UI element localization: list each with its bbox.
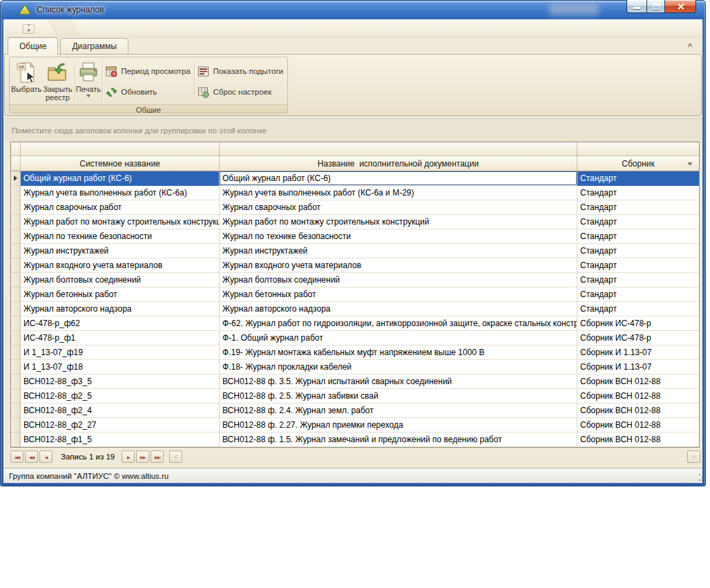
cell-collection[interactable]: Стандарт [577, 171, 699, 186]
cell-system-name[interactable]: ИС-478-р_ф62 [21, 316, 220, 331]
cell-collection[interactable]: Стандарт [577, 200, 699, 215]
cell-doc-name[interactable]: ВСН012-88 ф. 2.4. Журнал земл. работ [220, 404, 577, 418]
row-indicator-cell[interactable] [11, 273, 21, 287]
minimize-button[interactable] [626, 0, 646, 13]
ribbon-collapse-button[interactable]: ^ [684, 41, 695, 51]
cell-doc-name[interactable]: Ф-1. Общий журнал работ [220, 331, 577, 345]
cell-system-name[interactable]: И 1_13-07_ф19 [21, 345, 220, 360]
cell-doc-name[interactable]: Ф.18- Журнал прокладки кабелей [220, 360, 577, 374]
cell-doc-name[interactable]: Журнал учета выполненных работ (КС-6а и … [220, 186, 577, 200]
table-row[interactable]: ВСН012-88_ф3_5ВСН012-88 ф. 3.5. Журнал и… [11, 374, 699, 389]
cell-doc-name[interactable]: Общий журнал работ (КС-6) [220, 171, 577, 186]
table-row[interactable]: Общий журнал работ (КС-6)Общий журнал ра… [11, 171, 699, 186]
cell-collection[interactable]: Сборник ВСН 012-88 [577, 418, 699, 433]
cell-collection[interactable]: Стандарт [577, 244, 699, 258]
table-row[interactable]: Журнал учета выполненных работ (КС-6а)Жу… [11, 186, 699, 200]
cell-collection[interactable]: Сборник И 1.13-07 [577, 345, 699, 360]
cell-system-name[interactable]: ВСН012-88_ф2_5 [21, 389, 220, 404]
cell-doc-name[interactable]: Журнал бетонных работ [220, 287, 577, 302]
group-by-panel[interactable]: Поместите сюда заголовок колонки для гру… [3, 118, 702, 142]
cell-system-name[interactable]: Журнал по технике безопасности [21, 229, 220, 244]
cell-collection[interactable]: Стандарт [577, 229, 699, 244]
close-register-button[interactable]: Закрыть реестр [41, 59, 73, 104]
column-header-system-name[interactable]: Системное название [21, 156, 220, 171]
row-indicator-cell[interactable] [11, 345, 21, 360]
cell-collection[interactable]: Стандарт [577, 186, 699, 200]
cell-doc-name[interactable]: Журнал сварочных работ [220, 200, 577, 215]
titlebar[interactable]: Список журналов [3, 0, 702, 19]
cell-doc-name[interactable]: ВСН012-88 ф. 1.5. Журнал замечаний и пре… [220, 433, 577, 447]
cell-system-name[interactable]: Журнал бетонных работ [21, 287, 220, 302]
cell-collection[interactable]: Стандарт [577, 302, 699, 316]
cell-doc-name[interactable]: Журнал входного учета материалов [220, 258, 577, 273]
cell-collection[interactable]: Стандарт [577, 287, 699, 302]
cell-system-name[interactable]: ВСН012-88_ф1_5 [21, 433, 220, 447]
table-row[interactable]: Журнал бетонных работЖурнал бетонных раб… [11, 287, 699, 302]
qat-customize-button[interactable]: ▾ [23, 24, 35, 34]
row-indicator-cell[interactable] [11, 244, 21, 258]
select-button[interactable]: RB Выбрать [11, 59, 41, 104]
cell-doc-name[interactable]: Журнал работ по монтажу строительных кон… [220, 215, 577, 229]
cell-system-name[interactable]: ВСН012-88_ф2_27 [21, 418, 220, 433]
cell-system-name[interactable]: Журнал сварочных работ [21, 200, 220, 215]
row-indicator-cell[interactable] [11, 316, 21, 331]
cell-doc-name[interactable]: Журнал авторского надзора [220, 302, 577, 316]
cell-system-name[interactable]: Журнал учета выполненных работ (КС-6а) [21, 186, 220, 200]
row-indicator-cell[interactable] [11, 302, 21, 316]
table-row[interactable]: Журнал по технике безопасностиЖурнал по … [11, 229, 699, 244]
row-indicator-cell[interactable] [11, 418, 21, 433]
maximize-button[interactable] [646, 0, 665, 13]
row-indicator-cell[interactable] [11, 404, 21, 418]
cell-doc-name[interactable]: Журнал по технике безопасности [220, 229, 577, 244]
show-subtotals-button[interactable]: Показать подытоги [198, 63, 283, 79]
cell-collection[interactable]: Стандарт [577, 273, 699, 287]
horizontal-scrollbar-track[interactable] [185, 451, 686, 463]
cell-collection[interactable]: Сборник ВСН 012-88 [577, 433, 699, 447]
table-row[interactable]: Журнал работ по монтажу строительных кон… [11, 215, 699, 229]
resize-grip[interactable] [693, 474, 700, 481]
hscroll-right-button[interactable]: > [687, 451, 700, 463]
table-row[interactable]: ВСН012-88_ф2_4ВСН012-88 ф. 2.4. Журнал з… [11, 404, 699, 418]
cell-system-name[interactable]: Журнал инструктажей [21, 244, 220, 258]
column-header-doc-name[interactable]: Название исполнительной документации [220, 156, 577, 171]
cell-doc-name[interactable]: ВСН012-88 ф. 3.5. Журнал испытаний сварн… [220, 374, 577, 389]
row-indicator-cell[interactable] [11, 171, 21, 186]
cell-system-name[interactable]: ИС-478-р_ф1 [21, 331, 220, 345]
tab-general[interactable]: Общие [8, 37, 58, 55]
table-row[interactable]: ВСН012-88_ф1_5ВСН012-88 ф. 1.5. Журнал з… [11, 433, 699, 447]
table-row[interactable]: Журнал инструктажейЖурнал инструктажейСт… [11, 244, 699, 258]
row-indicator-cell[interactable] [11, 215, 21, 229]
cell-doc-name[interactable]: Журнал инструктажей [220, 244, 577, 258]
cell-doc-name[interactable]: ВСН012-88 ф. 2.27. Журнал приемки перехо… [220, 418, 577, 433]
row-indicator-cell[interactable] [11, 360, 21, 374]
cell-collection[interactable]: Сборник ВСН 012-88 [577, 389, 699, 404]
row-indicator-cell[interactable] [11, 433, 21, 447]
pager-prev-button[interactable]: ◀ [39, 451, 52, 463]
cell-collection[interactable]: Сборник ВСН 012-88 [577, 374, 699, 389]
table-row[interactable]: И 1_13-07_ф19Ф.19- Журнал монтажа кабель… [11, 345, 699, 360]
row-indicator-cell[interactable] [11, 389, 21, 404]
cell-system-name[interactable]: Журнал болтовых соединений [21, 273, 220, 287]
cell-system-name[interactable]: Журнал входного учета материалов [21, 258, 220, 273]
cell-system-name[interactable]: ВСН012-88_ф2_4 [21, 404, 220, 418]
view-period-button[interactable]: Период просмотра [106, 63, 190, 79]
cell-doc-name[interactable]: ВСН012-88 ф. 2.5. Журнал забивки свай [220, 389, 577, 404]
row-indicator-cell[interactable] [11, 229, 21, 244]
row-indicator-cell[interactable] [11, 374, 21, 389]
cell-system-name[interactable]: И 1_13-07_ф18 [21, 360, 220, 374]
row-indicator-cell[interactable] [11, 186, 21, 200]
cell-system-name[interactable]: Журнал работ по монтажу строительных кон… [21, 215, 220, 229]
cell-collection[interactable]: Сборник И 1.13-07 [577, 360, 699, 374]
cell-system-name[interactable]: ВСН012-88_ф3_5 [21, 374, 220, 389]
table-row[interactable]: ИС-478-р_ф1Ф-1. Общий журнал работСборни… [11, 331, 699, 345]
table-row[interactable]: И 1_13-07_ф18Ф.18- Журнал прокладки кабе… [11, 360, 699, 374]
tab-diagrams[interactable]: Диаграммы [60, 38, 128, 54]
column-header-collection[interactable]: Сборник [577, 156, 699, 171]
refresh-button[interactable]: Обновить [106, 84, 190, 100]
hscroll-left-button[interactable]: < [169, 451, 182, 463]
cell-collection[interactable]: Стандарт [577, 215, 699, 229]
reset-settings-button[interactable]: Сброс настроек [198, 84, 283, 100]
cell-collection[interactable]: Стандарт [577, 258, 699, 273]
table-row[interactable]: ИС-478-р_ф62Ф-62. Журнал работ по гидрои… [11, 316, 699, 331]
row-indicator-cell[interactable] [11, 287, 21, 302]
